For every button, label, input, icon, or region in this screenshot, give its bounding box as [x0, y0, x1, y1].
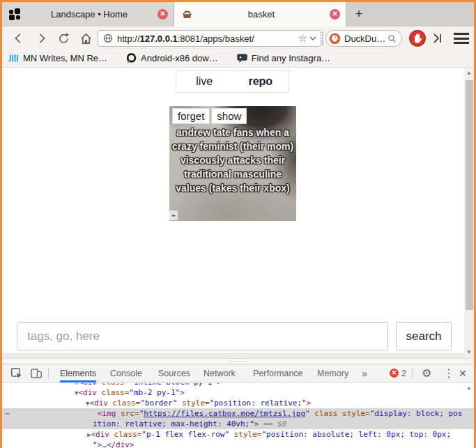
site-globe-icon — [103, 33, 113, 43]
tab-close-icon[interactable]: ✕ — [158, 9, 168, 20]
sidebar-toggle-icon[interactable] — [430, 31, 444, 45]
mn-writes-favicon-icon — [8, 52, 20, 64]
close-devtools-icon[interactable]: ✕ — [459, 364, 467, 383]
reload-button[interactable] — [54, 29, 72, 47]
home-button[interactable] — [77, 29, 95, 47]
devtools-elements-tree: ▼<div class="inline-block py-1">▼<div cl… — [2, 383, 474, 448]
device-toolbar-icon[interactable] — [30, 367, 43, 383]
page-content: live repo forget show andrew tate fans w… — [2, 68, 464, 358]
tab-repo[interactable]: repo — [233, 75, 289, 88]
browser-window: Landscape • Home ✕ basket ✕ + http://127… — [0, 0, 476, 448]
inspect-element-icon[interactable] — [10, 367, 23, 383]
tab-title: basket — [193, 9, 330, 20]
web-search-field[interactable]: DuckDu… — [325, 30, 402, 47]
tab-close-icon[interactable]: ✕ — [330, 9, 340, 20]
scroll-up-icon[interactable]: ▲ — [464, 70, 474, 76]
bookmarks-bar: MN Writes, MN Re… Android-x86 dow… Find … — [2, 49, 474, 68]
toolbar-separator — [412, 368, 413, 379]
pager-arrows-icon[interactable]: ◂▸ — [169, 210, 178, 220]
devtools-tree-row[interactable]: ▶<div class="p-1 flex flex-row" style="p… — [2, 429, 474, 440]
magnifier-icon[interactable] — [387, 34, 397, 43]
devtools-tab-sources[interactable]: Sources — [158, 364, 190, 383]
more-tabs-icon[interactable]: » — [362, 364, 367, 383]
navigation-bar: http://127.0.0.1:8081/apps/basket/ ☆ Duc… — [2, 26, 474, 49]
android-x86-favicon-icon — [125, 52, 137, 64]
landscape-favicon-icon — [9, 8, 21, 20]
settings-gear-icon[interactable]: ⚙ — [422, 364, 431, 383]
new-tab-button[interactable]: + — [351, 6, 367, 22]
tab-bar: Landscape • Home ✕ basket ✕ + — [2, 2, 474, 26]
duckduckgo-icon — [329, 33, 341, 45]
search-button[interactable]: search — [396, 322, 452, 350]
basket-favicon-icon — [181, 8, 193, 20]
chevron-down-icon[interactable] — [309, 35, 316, 42]
kebab-menu-icon[interactable]: ⋮ — [443, 364, 454, 383]
tab-title: Landscape • Home — [21, 9, 158, 20]
devtools-tab-performance[interactable]: Performance — [253, 364, 303, 383]
menu-hamburger-icon[interactable] — [454, 33, 469, 44]
search-engine-label: DuckDu… — [344, 33, 387, 44]
image-overlay-buttons: forget show — [172, 108, 247, 124]
devtools-tree-row[interactable]: ▼<div class="mb-2 py-1"> — [2, 387, 474, 398]
toolbar-separator — [48, 368, 49, 379]
devtools-scroll-up-icon[interactable]: ▲ — [466, 385, 472, 391]
devtools-tab-memory[interactable]: Memory — [317, 364, 348, 383]
field-separator — [322, 32, 323, 45]
forward-button[interactable] — [32, 29, 50, 47]
mode-tabs: live repo — [176, 70, 289, 93]
devtools-splitter[interactable]: ······ — [2, 358, 474, 364]
scrollbar-thumb[interactable] — [466, 80, 473, 310]
tab-landscape-home[interactable]: Landscape • Home ✕ — [2, 2, 174, 26]
bookmark-mn-writes[interactable]: MN Writes, MN Re… — [8, 52, 107, 64]
back-button[interactable] — [10, 29, 28, 47]
url-text[interactable]: http://127.0.0.1:8081/apps/basket/ — [117, 33, 298, 44]
devtools-tab-elements[interactable]: Elements — [60, 364, 96, 383]
page-scrollbar[interactable]: ▲ ▼ — [464, 68, 474, 358]
devtools-tree-row[interactable]: ▼<div class="border" style="position: re… — [2, 398, 474, 408]
error-count[interactable]: 2 — [401, 364, 406, 383]
adblock-hand-icon[interactable] — [408, 29, 427, 47]
devtools-tree-rows: ▼<div class="inline-block py-1">▼<div cl… — [2, 383, 474, 448]
bookmark-android-x86[interactable]: Android-x86 dow… — [125, 52, 218, 64]
meme-image[interactable]: forget show andrew tate fans when a craz… — [169, 106, 296, 221]
forget-button[interactable]: forget — [172, 108, 210, 124]
devtools-tree-row[interactable]: ition: relative; max-height: 40vh;"> == … — [2, 419, 474, 429]
tab-live[interactable]: live — [176, 75, 233, 88]
tags-input[interactable] — [17, 322, 388, 350]
bookmark-star-icon[interactable]: ☆ — [298, 32, 307, 45]
tab-basket[interactable]: basket ✕ — [174, 2, 346, 26]
devtools-panel: Elements Console Sources Network Perform… — [2, 364, 474, 448]
devtools-tab-console[interactable]: Console — [110, 364, 142, 383]
bookmark-label: MN Writes, MN Re… — [23, 53, 107, 63]
devtools-toolbar: Elements Console Sources Network Perform… — [2, 364, 474, 383]
devtools-tree-row[interactable]: ⋯<img src="https://files.catbox.moe/tmtz… — [2, 408, 474, 419]
meme-caption: andrew tate fans when a crazy feminist (… — [169, 125, 296, 195]
scroll-down-icon[interactable]: ▼ — [464, 349, 474, 355]
row-overflow-icon: ⋯ — [5, 408, 10, 419]
url-bar[interactable]: http://127.0.0.1:8081/apps/basket/ ☆ — [98, 30, 321, 47]
devtools-tab-network[interactable]: Network — [204, 364, 236, 383]
speech-bubble-favicon-icon — [236, 52, 248, 64]
bookmark-label: Android-x86 dow… — [141, 53, 218, 63]
bookmark-label: Find any Instagra… — [252, 53, 330, 63]
devtools-tree-row[interactable]: ">…</div> — [2, 440, 474, 448]
show-button[interactable]: show — [211, 108, 247, 124]
bookmark-find-instagram[interactable]: Find any Instagra… — [236, 52, 330, 64]
error-badge-icon[interactable]: ✕ — [390, 369, 399, 378]
